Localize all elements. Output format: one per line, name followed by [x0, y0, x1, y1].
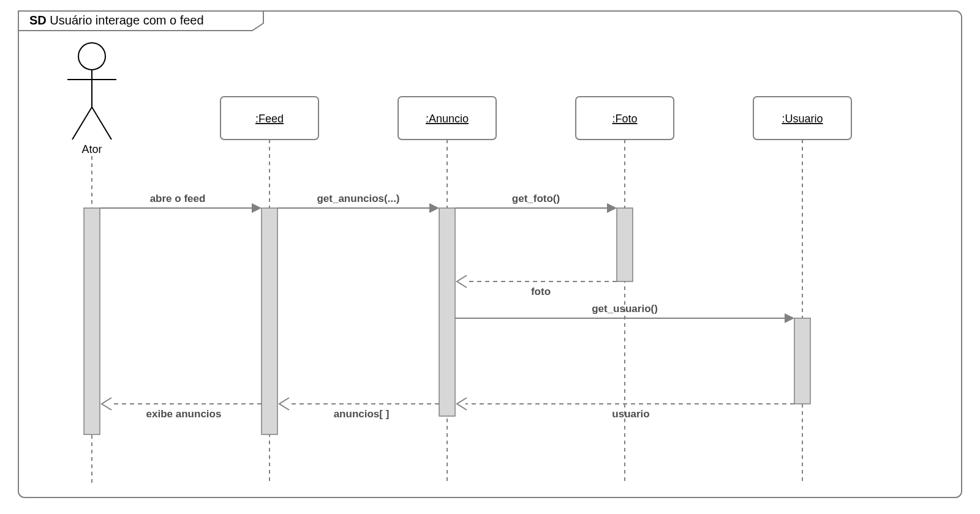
arrow-get-foto	[607, 203, 617, 213]
message-get-usuario-label: get_usuario()	[592, 303, 658, 315]
svg-line-4	[92, 107, 111, 140]
arrow-get-usuario	[785, 313, 794, 323]
actor-figure	[67, 43, 116, 140]
message-get-anuncios-label: get_anuncios(...)	[317, 193, 399, 204]
svg-point-0	[78, 43, 105, 70]
return-usuario-label: usuario	[612, 408, 649, 420]
arrow-return-foto	[457, 275, 467, 288]
diagram-title: SD Usuário interage com o feed	[29, 13, 204, 27]
diagram-title-text: Usuário interage com o feed	[50, 13, 203, 27]
actor-label: Ator	[81, 143, 102, 155]
arrow-return-usuario	[457, 398, 467, 410]
diagram-frame	[18, 11, 962, 497]
sequence-diagram: SD Usuário interage com o feed Ator :Fee…	[0, 0, 980, 514]
message-get-foto-label: get_foto()	[512, 193, 560, 204]
message-abre-feed-label: abre o feed	[150, 193, 206, 204]
participant-feed-label: :Feed	[255, 113, 284, 125]
activation-foto	[617, 208, 633, 281]
return-anuncios-label: anuncios[ ]	[334, 408, 390, 420]
activation-anuncio	[439, 208, 455, 416]
arrow-abre-feed	[252, 203, 262, 213]
participant-anuncio-label: :Anuncio	[426, 113, 469, 125]
activation-usuario	[794, 318, 810, 404]
return-exibe-anuncios-label: exibe anuncios	[146, 408, 222, 420]
arrow-return-anuncios	[279, 398, 289, 410]
activation-feed	[262, 208, 277, 434]
diagram-title-prefix: SD	[29, 13, 47, 27]
arrow-get-anuncios	[429, 203, 439, 213]
return-foto-label: foto	[531, 286, 551, 297]
svg-line-3	[72, 107, 92, 140]
participant-foto-label: :Foto	[612, 113, 637, 125]
activation-actor	[84, 208, 100, 434]
participant-usuario-label: :Usuario	[782, 113, 823, 125]
arrow-return-exibe-anuncios	[102, 398, 111, 410]
